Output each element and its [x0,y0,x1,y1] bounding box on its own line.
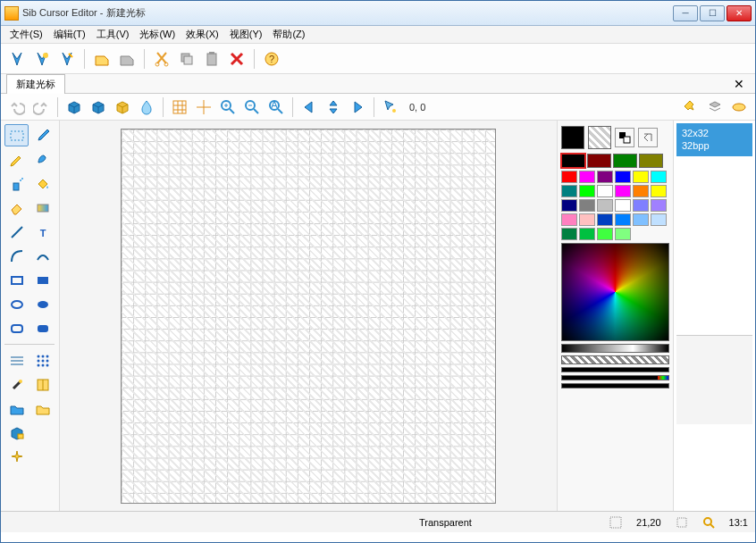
drop-button[interactable] [136,96,157,118]
text-tool[interactable]: T [30,221,55,243]
eraser-tool[interactable] [4,196,29,219]
palette-swatch[interactable] [651,171,667,183]
disk-button[interactable] [728,96,750,118]
palette-swatch[interactable] [561,228,577,240]
arrow-right-button[interactable] [347,96,368,118]
pencil-tool[interactable] [4,148,29,171]
menu-edit[interactable]: 编辑(T) [48,26,91,43]
main-swatch[interactable] [587,154,611,168]
palette-swatch[interactable] [633,199,649,212]
pin-button[interactable] [680,96,701,118]
zoom-actual-button[interactable]: A [265,96,287,118]
palette-swatch[interactable] [615,171,631,183]
save-as-button[interactable] [116,48,138,70]
eyedropper-tool[interactable] [30,124,55,146]
palette-swatch[interactable] [633,213,649,226]
cube-lock-tool[interactable] [4,422,29,444]
roundrect-fill-tool[interactable] [30,317,55,339]
zoom-in-button[interactable] [217,96,239,118]
new-button[interactable] [6,48,28,70]
folder-tool[interactable] [4,397,29,420]
menu-tools[interactable]: 工具(V) [91,26,135,43]
maximize-button[interactable]: ☐ [700,5,725,21]
palette-swatch[interactable] [651,185,667,197]
line-tool[interactable] [4,221,29,243]
save-button[interactable] [91,48,113,70]
main-swatch[interactable] [561,154,585,168]
open-button[interactable] [56,48,78,70]
palette-swatch[interactable] [597,171,613,183]
layers-button[interactable] [704,96,726,118]
ellipse-fill-tool[interactable] [30,293,55,315]
menu-file[interactable]: 文件(S) [4,26,48,43]
close-button[interactable]: ✕ [727,5,752,21]
hue-bar-3[interactable] [561,383,669,388]
select-rect-tool[interactable] [4,124,29,146]
palette-swatch[interactable] [579,228,595,240]
palette-swatch[interactable] [579,199,595,212]
fill-tool[interactable] [30,172,55,195]
grid-button[interactable] [169,96,190,118]
paste-button[interactable] [201,48,223,70]
redo-button[interactable] [30,96,52,118]
crosshair-button[interactable] [193,96,214,118]
brush-tool[interactable] [30,148,55,171]
palette-swatch[interactable] [633,171,649,183]
palette-swatch[interactable] [615,199,631,212]
tab-close-button[interactable]: ✕ [728,77,750,91]
help-button[interactable]: ? [261,48,282,70]
delete-button[interactable] [226,48,248,70]
hotspot-button[interactable] [380,96,401,118]
palette-swatch[interactable] [597,185,613,197]
undo-button[interactable] [6,96,28,118]
ellipse-outline-tool[interactable] [4,293,29,315]
zoom-out-button[interactable] [241,96,263,118]
new-from-image-button[interactable] [31,48,53,70]
pattern-slider[interactable] [561,355,669,364]
palette-swatch[interactable] [579,213,595,226]
swap-colors-button[interactable] [615,128,634,147]
palette-swatch[interactable] [597,199,613,212]
color-picker[interactable] [561,243,669,341]
book-tool[interactable] [30,373,55,396]
minimize-button[interactable]: ─ [673,5,698,21]
menu-cursor[interactable]: 光标(W) [134,26,181,43]
palette-swatch[interactable] [615,228,631,240]
blank-tool[interactable] [30,422,55,444]
dither-tool[interactable] [30,349,55,372]
palette-swatch[interactable] [651,199,667,212]
rect-outline-tool[interactable] [4,269,29,291]
palette-swatch[interactable] [561,171,577,183]
brightness-slider[interactable] [561,344,669,353]
palette-swatch[interactable] [579,185,595,197]
roundrect-outline-tool[interactable] [4,317,29,339]
folder2-tool[interactable] [30,397,55,420]
palette-swatch[interactable] [615,213,631,226]
tab-document[interactable]: 新建光标 [6,74,65,94]
linewidth-tool[interactable] [4,349,29,372]
size-item[interactable]: 32x32 32bpp [676,123,752,156]
menu-effects[interactable]: 效果(X) [181,26,224,43]
palette-swatch[interactable] [579,171,595,183]
default-colors-button[interactable] [638,128,658,147]
sparkle-tool[interactable] [4,446,29,468]
main-swatch[interactable] [613,154,637,168]
spray-tool[interactable] [4,172,29,195]
menu-view[interactable]: 视图(Y) [224,26,268,43]
hue-bar-1[interactable] [561,367,669,372]
foreground-swatch[interactable] [561,126,584,149]
pixel-canvas[interactable] [121,129,496,504]
palette-swatch[interactable] [597,213,613,226]
palette-swatch[interactable] [651,213,667,226]
curve-tool[interactable] [4,245,29,267]
copy-button[interactable] [176,48,197,70]
arrow-left-button[interactable] [298,96,320,118]
palette-swatch[interactable] [633,185,649,197]
palette-swatch[interactable] [561,213,577,226]
menu-help[interactable]: 帮助(Z) [267,26,310,43]
hue-bar-2[interactable] [561,375,669,380]
main-swatch[interactable] [639,154,663,168]
gradient-tool[interactable] [30,196,55,219]
cube1-button[interactable] [63,96,85,118]
arrow-updown-button[interactable] [323,96,344,118]
